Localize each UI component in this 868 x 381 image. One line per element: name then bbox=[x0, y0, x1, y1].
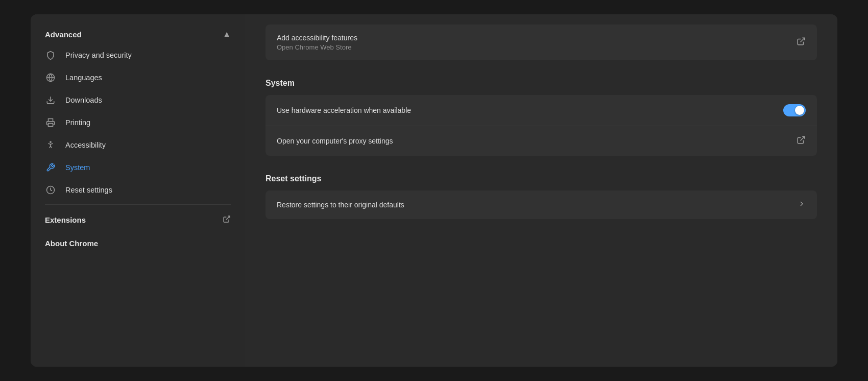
hardware-accel-label: Use hardware acceleration when available bbox=[277, 106, 411, 114]
toggle-thumb bbox=[795, 106, 804, 115]
sidebar-item-privacy[interactable]: Privacy and security bbox=[31, 44, 245, 66]
restore-row[interactable]: Restore settings to their original defau… bbox=[266, 190, 817, 219]
about-label: About Chrome bbox=[45, 239, 98, 248]
svg-rect-3 bbox=[49, 124, 53, 127]
extensions-label: Extensions bbox=[45, 216, 86, 224]
hardware-accel-row: Use hardware acceleration when available bbox=[266, 95, 817, 126]
advanced-section-header[interactable]: Advanced ▲ bbox=[31, 25, 245, 44]
add-accessibility-subtitle: Open Chrome Web Store bbox=[277, 43, 357, 51]
sidebar-divider bbox=[45, 204, 231, 205]
sidebar-item-system[interactable]: System bbox=[31, 156, 245, 179]
system-card: Use hardware acceleration when available… bbox=[266, 95, 817, 156]
reset-card: Restore settings to their original defau… bbox=[266, 190, 817, 219]
accessibility-features-section: Add accessibility features Open Chrome W… bbox=[266, 14, 817, 60]
system-section: System Use hardware acceleration when av… bbox=[266, 64, 817, 156]
extensions-external-link-icon bbox=[223, 215, 231, 225]
main-content: Add accessibility features Open Chrome W… bbox=[245, 14, 837, 367]
download-icon bbox=[45, 94, 56, 106]
reset-label: Reset settings bbox=[65, 186, 112, 194]
add-accessibility-text: Add accessibility features Open Chrome W… bbox=[277, 34, 357, 51]
advanced-label: Advanced bbox=[45, 30, 82, 39]
svg-line-7 bbox=[801, 38, 805, 42]
add-accessibility-external-icon bbox=[797, 37, 806, 48]
downloads-label: Downloads bbox=[65, 96, 102, 104]
chrome-settings-window: Advanced ▲ Privacy and security Language… bbox=[31, 14, 837, 367]
add-accessibility-title: Add accessibility features bbox=[277, 34, 357, 42]
privacy-label: Privacy and security bbox=[65, 51, 132, 59]
proxy-external-icon bbox=[797, 135, 806, 147]
proxy-row[interactable]: Open your computer's proxy settings bbox=[266, 126, 817, 156]
svg-line-8 bbox=[801, 136, 805, 140]
restore-label: Restore settings to their original defau… bbox=[277, 201, 404, 209]
accessibility-label: Accessibility bbox=[65, 141, 106, 149]
proxy-label: Open your computer's proxy settings bbox=[277, 137, 393, 145]
sidebar-item-downloads[interactable]: Downloads bbox=[31, 89, 245, 111]
chevron-up-icon: ▲ bbox=[223, 30, 231, 39]
printer-icon bbox=[45, 117, 56, 128]
sidebar-item-reset[interactable]: Reset settings bbox=[31, 179, 245, 201]
toggle-track bbox=[783, 104, 806, 116]
wrench-icon bbox=[45, 162, 56, 173]
about-chrome-item[interactable]: About Chrome bbox=[31, 232, 245, 255]
globe-icon bbox=[45, 72, 56, 83]
sidebar-item-printing[interactable]: Printing bbox=[31, 111, 245, 134]
printing-label: Printing bbox=[65, 118, 90, 127]
svg-point-4 bbox=[50, 141, 51, 142]
add-accessibility-card: Add accessibility features Open Chrome W… bbox=[266, 25, 817, 60]
history-icon bbox=[45, 184, 56, 196]
languages-label: Languages bbox=[65, 74, 102, 82]
reset-section: Reset settings Restore settings to their… bbox=[266, 160, 817, 219]
shield-icon bbox=[45, 50, 56, 61]
add-accessibility-row[interactable]: Add accessibility features Open Chrome W… bbox=[266, 25, 817, 60]
system-label: System bbox=[65, 163, 90, 172]
restore-chevron-icon bbox=[798, 200, 806, 210]
system-heading: System bbox=[266, 64, 817, 95]
svg-line-6 bbox=[226, 216, 230, 220]
sidebar-item-accessibility[interactable]: Accessibility bbox=[31, 134, 245, 156]
accessibility-icon bbox=[45, 139, 56, 151]
hardware-accel-toggle[interactable] bbox=[783, 104, 806, 116]
reset-heading: Reset settings bbox=[266, 160, 817, 190]
sidebar: Advanced ▲ Privacy and security Language… bbox=[31, 14, 245, 367]
extensions-item[interactable]: Extensions bbox=[31, 208, 245, 232]
sidebar-item-languages[interactable]: Languages bbox=[31, 66, 245, 89]
